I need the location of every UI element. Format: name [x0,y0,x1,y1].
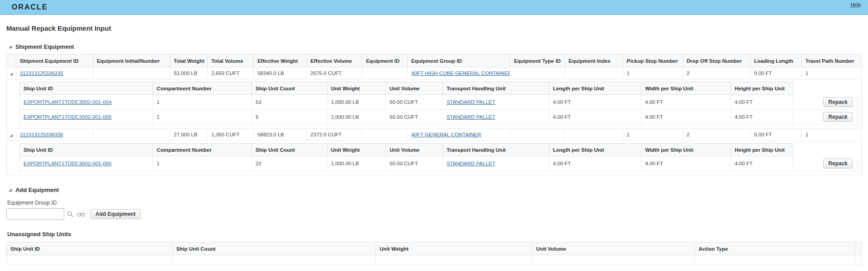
cell-empty [7,255,173,265]
col-equipment-id: Equipment ID [362,55,408,67]
ship-units-table: Ship Unit ID Compartment Number Ship Uni… [19,143,858,171]
cell-width-per-ship-unit: 4.00 FT [641,110,731,125]
cell-unit-weight: 1,000.00 LB [327,110,386,125]
cell-total-weight: 53,000 LB [170,67,207,79]
row-expand-icon[interactable]: ◢ [10,72,13,76]
cell-ship-unit-count: 5 [251,110,327,125]
ship-unit-id-link[interactable]: EXPORTPLANT1TODC3002-001-004 [24,99,112,105]
col-effective-weight: Effective Weight [254,55,307,67]
cell-travel-path-number: 1 [802,67,861,79]
cell-total-weight: 27,000 LB [170,129,207,141]
equipment-group-id-input[interactable] [6,208,64,220]
col-ship-unit-id: Ship Unit ID [7,243,173,255]
add-equipment-button[interactable]: Add Equipment [90,209,141,219]
subcol-transport-handling-unit: Transport Handling Unit [443,144,549,156]
cell-height-per-ship-unit: 4.00 FT [731,156,793,171]
cell-ship-unit-count: 22 [251,156,327,171]
col-unit-volume: Unit Volume [532,243,695,255]
cell-empty [532,255,695,265]
cell-unit-volume: 50.00 CUFT [386,156,443,171]
unassigned-ship-units-table: Ship Unit ID Ship Unit Count Unit Weight… [6,242,862,265]
subcol-unit-weight: Unit Weight [327,144,386,156]
ship-units-header-row: Ship Unit ID Compartment Number Ship Uni… [20,82,858,95]
subcol-transport-handling-unit: Transport Handling Unit [443,82,549,95]
cell-empty [854,255,861,265]
cell-equipment-index [565,129,623,141]
ship-units-table: Ship Unit ID Compartment Number Ship Uni… [19,82,858,125]
col-total-volume: Total Volume [208,55,254,67]
top-bar: ORACLE Help [0,0,868,15]
subcol-compartment-number: Compartment Number [153,144,252,156]
transport-handling-unit-link[interactable]: STANDARD PALLET [446,161,495,166]
col-travel-path-number: Travel Path Number [802,55,861,67]
subcol-height-per-ship-unit: Height per Ship Unit [731,144,793,156]
transport-handling-unit-link[interactable]: STANDARD PALLET [446,114,495,120]
binoculars-icon[interactable] [76,211,85,217]
cell-height-per-ship-unit: 4.00 FT [731,110,793,125]
cell-total-volume: 2,650 CUFT [208,67,254,79]
cell-compartment-number: 1 [153,156,252,171]
subcol-ship-unit-count: Ship Unit Count [251,82,327,95]
subcol-length-per-ship-unit: Length per Ship Unit [549,144,641,156]
cell-effective-weight: 58823.0 LB [254,129,307,141]
unassigned-ship-units-title: Unassigned Ship Units [7,231,862,238]
row-expand-icon[interactable]: ◢ [10,133,13,137]
add-equipment-controls: Add Equipment [6,208,862,220]
cell-loading-length: 0.00 FT [750,129,802,141]
col-equipment-group-id: Equipment Group ID [408,55,510,67]
ship-units-row: Ship Unit ID Compartment Number Ship Uni… [7,79,862,129]
ship-unit-id-link[interactable]: EXPORTPLANT1TODC3002-001-005 [24,114,112,120]
cell-compartment-number: 1 [153,110,252,125]
page-content: Manual Repack Equipment Input ◢ Shipment… [0,24,868,271]
ship-unit-row: EXPORTPLANT1TODC3002-001-004 1 53 1,000.… [20,95,858,110]
transport-handling-unit-link[interactable]: STANDARD PALLET [446,99,495,105]
cell-empty [376,255,532,265]
cell-equipment-index [565,67,623,79]
cell-equipment-id [362,67,408,79]
subcol-compartment-number: Compartment Number [153,82,252,95]
collapse-icon[interactable]: ◢ [9,188,12,192]
equipment-group-id-link[interactable]: 40FT GENERAL CONTAINER [411,132,481,137]
collapse-icon[interactable]: ◢ [9,45,12,49]
col-trailing [854,243,861,255]
search-icon[interactable] [66,211,74,218]
equipment-row: ◢ 312313125336335 53,000 LB 2,650 CUFT 5… [7,67,862,79]
cell-equipment-type-id [510,67,565,79]
subcol-length-per-ship-unit: Length per Ship Unit [549,82,641,95]
repack-button[interactable]: Repack [823,97,853,107]
equipment-group-id-label: Equipment Group ID [7,200,862,206]
subcol-unit-volume: Unit Volume [386,82,443,95]
ship-unit-id-link[interactable]: EXPORTPLANT1TODC3002-001-005 [24,161,112,166]
shipment-equipment-id-link[interactable]: 312313125336335 [20,70,63,76]
col-loading-length: Loading Length [750,55,802,67]
col-ship-unit-count: Ship Unit Count [172,243,376,255]
shipment-equipment-header-row: Shipment Equipment ID Equipment Initial/… [7,55,862,67]
cell-length-per-ship-unit: 4.00 FT [549,110,641,125]
col-action-type: Action Type [695,243,854,255]
cell-width-per-ship-unit: 4.00 FT [641,156,731,171]
subcol-ship-unit-id: Ship Unit ID [20,82,153,95]
subcol-width-per-ship-unit: Width per Ship Unit [641,144,731,156]
equipment-group-id-link[interactable]: 40FT HIGH CUBE GENERAL CONTAINER [411,70,510,76]
cell-length-per-ship-unit: 4.00 FT [549,156,641,171]
ship-unit-row: EXPORTPLANT1TODC3002-001-005 1 22 1,000.… [20,156,858,171]
repack-button[interactable]: Repack [823,159,853,168]
cell-equipment-id [362,129,408,141]
cell-compartment-number: 1 [153,95,252,110]
unassigned-empty-row [7,255,862,265]
col-equipment-index: Equipment Index [565,55,623,67]
cell-length-per-ship-unit: 4.00 FT [549,95,641,110]
col-pickup-stop-number: Pickup Stop Number [623,55,683,67]
subcol-height-per-ship-unit: Height per Ship Unit [731,82,793,95]
page-title: Manual Repack Equipment Input [6,24,862,32]
cell-drop-off-stop-number: 2 [683,129,750,141]
help-link[interactable]: Help [850,2,861,7]
cell-pickup-stop-number: 1 [623,129,683,141]
cell-unit-weight: 1,000.00 LB [327,156,386,171]
cell-height-per-ship-unit: 4.00 FT [731,95,793,110]
section-add-equipment-label: Add Equipment [15,187,59,193]
cell-unit-weight: 1,000.00 LB [327,95,386,110]
cell-ship-unit-count: 53 [251,95,327,110]
repack-button[interactable]: Repack [823,112,853,122]
shipment-equipment-id-link[interactable]: 312313125336336 [20,132,63,137]
